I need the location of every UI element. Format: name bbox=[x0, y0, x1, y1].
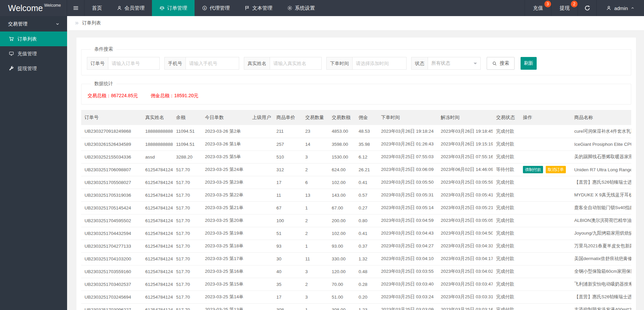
cell-trade_amount: 51.00 bbox=[328, 291, 355, 303]
cell-balance: 517.70 bbox=[173, 265, 202, 278]
force-pay-button[interactable]: 强制付款 bbox=[523, 166, 543, 173]
status-select[interactable]: 所有状态 bbox=[428, 57, 481, 70]
cell-trade_status: 完成付款 bbox=[493, 150, 520, 163]
search-panel: 条件搜索 订单号手机号真实姓名下单时间状态所有状态搜索刷新 bbox=[81, 46, 631, 75]
topbar-right: 充值3提现2 admin bbox=[525, 0, 644, 16]
search-button[interactable]: 搜索 bbox=[487, 57, 515, 70]
cell-parent_user bbox=[249, 265, 273, 278]
shortcut-1[interactable]: 充值3 bbox=[525, 0, 551, 16]
cell-product_name: 【直营】惠氏S26铂臻瑞士进口1段婴儿 bbox=[571, 291, 631, 303]
orders-table: 订单号真实姓名余额今日单数上级用户商品单价交易数量交易数额佣金下单时间解冻时间交… bbox=[81, 110, 631, 310]
cell-trade_qty: 14 bbox=[302, 138, 328, 150]
top-nav-item-2[interactable]: 会员管理 bbox=[109, 0, 152, 16]
cell-unit_price: 510 bbox=[273, 150, 302, 163]
search-field-input[interactable] bbox=[270, 57, 322, 70]
cell-today_orders: 2023-03-25 第17单 bbox=[202, 252, 249, 265]
sidebar-item-2[interactable]: 充值管理 bbox=[0, 46, 67, 61]
cell-today_orders: 2023-03-26 第1单 bbox=[202, 138, 249, 150]
cancel-order-button[interactable]: 取消订单 bbox=[546, 166, 566, 173]
cell-order_time: 2023年03月26日 19:18:24 bbox=[378, 125, 437, 138]
search-field-input[interactable] bbox=[186, 57, 239, 70]
cell-parent_user bbox=[249, 252, 273, 265]
cell-real_name: 61254784124 bbox=[142, 176, 173, 189]
top-nav-item-3[interactable]: 订单管理 bbox=[152, 0, 195, 16]
hamburger-icon bbox=[73, 5, 79, 11]
transaction-total: 交易总额：867224.85元 bbox=[88, 93, 138, 99]
table-row: UB23032615264345891888888888811094.51202… bbox=[81, 138, 631, 150]
cell-trade_qty: 1 bbox=[302, 303, 328, 310]
cell-trade_amount: 1530.00 bbox=[328, 150, 355, 163]
cell-unit_price: 211 bbox=[273, 125, 302, 138]
sidebar-items: 订单列表充值管理提现管理 bbox=[0, 32, 67, 76]
sidebar-item-1[interactable]: 订单列表 bbox=[0, 32, 67, 46]
sidebar-item-label: 提现管理 bbox=[17, 65, 37, 72]
cell-trade_amount: 330.00 bbox=[328, 252, 355, 265]
cell-trade_status: 完成付款 bbox=[493, 125, 520, 138]
chevron-down-icon bbox=[55, 22, 60, 26]
stats-line: 交易总额：867224.85元 佣金总额：18591.20元 bbox=[87, 91, 626, 99]
top-nav-item-label: 会员管理 bbox=[124, 5, 145, 11]
top-nav-item-4[interactable]: $代理管理 bbox=[195, 0, 237, 16]
cell-real_name: 61254784124 bbox=[142, 291, 173, 303]
table-row: UB230325170355916061254784124517.702023-… bbox=[81, 265, 631, 278]
cell-actions bbox=[520, 278, 571, 291]
cell-product_name: 万里马2021春夏羊皮女包新款软皮小香风 bbox=[571, 240, 631, 252]
cell-real_name: 18888888888 bbox=[142, 125, 173, 138]
cell-today_orders: 2023-03-25 第14单 bbox=[202, 291, 249, 303]
brand-sup: Welcome bbox=[44, 3, 61, 8]
search-field-input[interactable] bbox=[108, 57, 160, 70]
breadcrumb: 订单列表 bbox=[67, 16, 644, 30]
top-nav-item-6[interactable]: 系统设置 bbox=[280, 0, 322, 16]
collapse-menu-button[interactable] bbox=[67, 0, 85, 16]
cell-unit_price: 11 bbox=[273, 189, 302, 201]
cell-balance: 517.70 bbox=[173, 189, 202, 201]
search-field-label: 真实姓名 bbox=[244, 57, 270, 70]
cell-commission: 26.21 bbox=[355, 163, 378, 176]
cell-unfreeze_time: 2023年03月25日 03:03:31 bbox=[437, 291, 493, 303]
cell-unfreeze_time: 2023年03月25日 03:04:50 bbox=[437, 227, 493, 240]
search-field-input[interactable] bbox=[353, 57, 407, 70]
cell-product_name: ALBION澳尔滨荷荷巴精华油 草本凝萃金 bbox=[571, 214, 631, 227]
cell-unfreeze_time: 2023年03月25日 03:05:21 bbox=[437, 201, 493, 214]
top-nav: 首页会员管理订单管理$代理管理文本管理系统设置 bbox=[85, 0, 322, 16]
cell-real_name: 61254784124 bbox=[142, 303, 173, 310]
refresh-list-button[interactable]: 刷新 bbox=[521, 57, 537, 70]
cell-actions bbox=[520, 125, 571, 138]
search-field-3: 真实姓名 bbox=[244, 57, 322, 70]
cell-actions bbox=[520, 291, 571, 303]
shortcut-2[interactable]: 提现2 bbox=[551, 0, 578, 16]
cell-commission: 0.20 bbox=[355, 291, 378, 303]
cell-order_no: UB2303251703245694 bbox=[81, 291, 142, 303]
cell-today_orders: 2023-03-25 第13单 bbox=[202, 303, 249, 310]
cell-actions bbox=[520, 189, 571, 201]
cell-trade_status: 完成付款 bbox=[493, 240, 520, 252]
cell-parent_user bbox=[249, 163, 273, 176]
cell-order_time: 2023年03月25日 03:04:43 bbox=[378, 227, 437, 240]
column-header-order_no: 订单号 bbox=[81, 110, 142, 125]
refresh-icon bbox=[584, 5, 590, 11]
cell-commission: 0.28 bbox=[355, 278, 378, 291]
cell-commission: 0.41 bbox=[355, 176, 378, 189]
cell-trade_amount: 308.00 bbox=[328, 303, 355, 310]
column-header-balance: 余额 bbox=[173, 110, 202, 125]
cell-order_no: UB2303252155034336 bbox=[81, 150, 142, 163]
sidebar-item-3[interactable]: 提现管理 bbox=[0, 61, 67, 76]
cell-real_name: 61254784124 bbox=[142, 163, 173, 176]
refresh-page-button[interactable] bbox=[578, 0, 596, 16]
sidebar-group-trade[interactable]: 交易管理 bbox=[0, 16, 67, 32]
cell-real_name: 61254784124 bbox=[142, 240, 173, 252]
cell-balance: 11094.51 bbox=[173, 138, 202, 150]
cell-parent_user bbox=[249, 278, 273, 291]
cell-actions bbox=[520, 214, 571, 227]
cell-order_time: 2023年03月25日 03:03:24 bbox=[378, 291, 437, 303]
cell-order_time: 2023年03月25日 03:05:50 bbox=[378, 176, 437, 189]
cell-product_name: IceGiant Prosiphon Elite CPU Cooler bbox=[571, 138, 631, 150]
admin-menu[interactable]: admin bbox=[596, 0, 644, 16]
top-nav-item-1[interactable]: 首页 bbox=[85, 0, 109, 16]
sidebar-group-label: 交易管理 bbox=[8, 21, 28, 27]
cell-balance: 517.70 bbox=[173, 214, 202, 227]
search-field-label: 下单时间 bbox=[326, 57, 353, 70]
top-nav-item-5[interactable]: 文本管理 bbox=[237, 0, 280, 16]
cell-order_no: UB2303251705508027 bbox=[81, 176, 142, 189]
cell-product_name: Joyoung/九阳烤箱家用烘焙烧烤精多功能 bbox=[571, 227, 631, 240]
